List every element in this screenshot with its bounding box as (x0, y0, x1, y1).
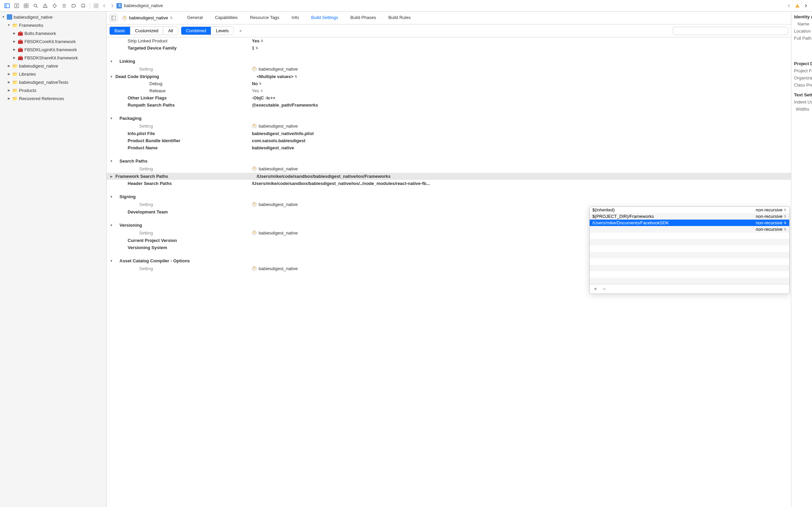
disclosure-icon[interactable]: ▼ (109, 224, 113, 227)
tab-general[interactable]: General (181, 12, 209, 24)
disclosure-icon[interactable]: ▶ (109, 175, 113, 178)
related-items-icon[interactable] (93, 2, 99, 9)
disclosure-icon[interactable]: ▼ (7, 23, 11, 27)
next-issue-icon[interactable] (802, 2, 809, 9)
setting-bundle-id[interactable]: Product Bundle Identifier com.saisols.ba… (107, 137, 791, 144)
disclosure-icon[interactable]: ▼ (109, 75, 113, 78)
nav-folder-recovered[interactable]: ▶ 📁 Recovered References (0, 94, 106, 102)
popover-list[interactable]: $(inherited) non-recursive ⇅ $(PROJECT_D… (590, 207, 789, 284)
disclosure-icon[interactable]: ▼ (109, 195, 113, 199)
breakpoint-navigator-icon[interactable] (69, 1, 78, 10)
disclosure-icon[interactable]: ▶ (12, 40, 16, 43)
setting-strip-linked[interactable]: Strip Linked Product Yes⇅ (107, 37, 791, 44)
nav-root[interactable]: ▼ babiesdigest_native (0, 13, 106, 21)
popover-row[interactable]: non-recursive ⇅ (590, 226, 789, 232)
disclosure-icon[interactable]: ▼ (109, 117, 113, 120)
section-packaging[interactable]: ▼ Packaging (107, 115, 791, 122)
tab-resource-tags[interactable]: Resource Tags (244, 12, 285, 24)
project-navigator-icon[interactable] (3, 1, 12, 10)
nav-folder-main[interactable]: ▶ 📁 babiesdigest_native (0, 62, 106, 70)
nav-fw-bolts[interactable]: ▶ 🧰 Bolts.framework (0, 29, 106, 37)
jump-bar-file[interactable]: ⚙ babiesdigest_native (116, 3, 163, 8)
scope-all[interactable]: All (163, 27, 178, 35)
disclosure-icon[interactable]: ▼ (109, 60, 113, 63)
disclosure-icon[interactable]: ▼ (1, 15, 5, 19)
nav-fw-sharekit[interactable]: ▶ 🧰 FBSDKShareKit.framework (0, 54, 106, 62)
popover-row-empty[interactable] (590, 232, 789, 239)
disclosure-icon[interactable]: ▶ (7, 64, 11, 68)
tab-info[interactable]: Info (285, 12, 305, 24)
setting-targeted-device[interactable]: Targeted Device Family 1⇅ (107, 44, 791, 52)
setting-product-name[interactable]: Product Name babiesdigest_native (107, 144, 791, 151)
tab-capabilities[interactable]: Capabilities (209, 12, 244, 24)
nav-fw-loginkit[interactable]: ▶ 🧰 FBSDKLoginKit.framework (0, 45, 106, 54)
test-navigator-icon[interactable] (50, 1, 59, 10)
popover-row[interactable]: $(PROJECT_DIR)/Frameworks non-recursive … (590, 213, 789, 220)
project-navigator[interactable]: ▼ babiesdigest_native ▼ 📁 Frameworks ▶ 🧰… (0, 12, 107, 507)
popup-icon: ⇅ (784, 228, 787, 231)
disclosure-icon[interactable]: ▶ (7, 80, 11, 84)
back-icon[interactable] (101, 2, 108, 9)
setting-dead-code-debug[interactable]: Debug No⇅ (107, 80, 791, 87)
disclosure-icon[interactable]: ▶ (12, 48, 16, 51)
setting-framework-search-paths[interactable]: ▶ Framework Search Paths /Users/mike/cod… (107, 173, 791, 180)
popover-row-selected[interactable]: /Users/mike/Documents/FacebookSDK non-re… (590, 220, 789, 226)
setting-runpath[interactable]: Runpath Search Paths @executable_path/Fr… (107, 101, 791, 109)
framework-icon: 🧰 (18, 31, 23, 36)
framework-icon: 🧰 (18, 47, 23, 52)
disclosure-icon[interactable]: ▶ (7, 97, 11, 100)
source-control-icon[interactable] (12, 1, 21, 10)
disclosure-icon[interactable]: ▶ (12, 32, 16, 35)
warning-badge-icon[interactable] (793, 1, 802, 10)
disclosure-icon[interactable]: ▼ (109, 159, 113, 163)
disclosure-icon[interactable]: ▶ (12, 56, 16, 59)
add-setting-button[interactable]: ＋ (237, 27, 245, 35)
disclosure-icon[interactable]: ▶ (7, 89, 11, 92)
find-navigator-icon[interactable] (31, 1, 40, 10)
add-path-button[interactable]: ＋ (592, 286, 598, 292)
prev-issue-icon[interactable] (786, 2, 792, 9)
symbol-navigator-icon[interactable] (22, 1, 31, 10)
disclosure-icon[interactable]: ▶ (7, 72, 11, 76)
remove-path-button[interactable]: − (601, 286, 607, 292)
scope-basic[interactable]: Basic (110, 27, 130, 35)
issue-navigator-icon[interactable] (41, 1, 50, 10)
outline-toggle[interactable] (109, 14, 117, 22)
search-input[interactable] (673, 27, 788, 35)
popover-row-empty[interactable] (590, 265, 789, 271)
tab-build-rules[interactable]: Build Rules (382, 12, 417, 24)
scope-customized[interactable]: Customized (130, 27, 163, 35)
tab-build-settings[interactable]: Build Settings (305, 12, 345, 24)
popover-row-empty[interactable] (590, 245, 789, 252)
nav-folder-products[interactable]: ▶ 📁 Products (0, 86, 106, 94)
nav-fw-corekit[interactable]: ▶ 🧰 FBSDKCoreKit.framework (0, 37, 106, 45)
setting-other-linker[interactable]: Other Linker Flags -ObjC -lc++ (107, 94, 791, 101)
target-selector[interactable]: babiesdigest_native ⇅ (120, 15, 175, 21)
debug-navigator-icon[interactable] (60, 1, 69, 10)
report-navigator-icon[interactable] (79, 1, 88, 10)
nav-folder-tests[interactable]: ▶ 📁 babiesdigest_nativeTests (0, 78, 106, 86)
popover-row-empty[interactable] (590, 252, 789, 258)
setting-info-plist[interactable]: Info.plist File babiesdigest_native/Info… (107, 130, 791, 137)
popover-row-empty[interactable] (590, 258, 789, 265)
setting-header-search-paths[interactable]: Header Search Paths /Users/mike/code/san… (107, 180, 791, 187)
section-signing[interactable]: ▼ Signing (107, 193, 791, 200)
popup-icon: ⇅ (259, 82, 262, 86)
setting-dead-code[interactable]: ▼ Dead Code Stripping <Multiple values>⇅ (107, 73, 791, 80)
file-inspector: Identity and Type Name Location Full Pat… (791, 12, 812, 507)
popover-row-empty[interactable] (590, 278, 789, 284)
setting-dead-code-release[interactable]: Release Yes⇅ (107, 87, 791, 94)
popover-row-empty[interactable] (590, 239, 789, 245)
forward-icon[interactable] (109, 2, 116, 9)
view-levels[interactable]: Levels (211, 27, 234, 35)
view-combined[interactable]: Combined (181, 27, 211, 35)
nav-folder-libraries[interactable]: ▶ 📁 Libraries (0, 70, 106, 78)
section-linking[interactable]: ▼ Linking (107, 58, 791, 65)
disclosure-icon[interactable]: ▼ (109, 259, 113, 263)
section-search-paths[interactable]: ▼ Search Paths (107, 157, 791, 165)
popover-row-empty[interactable] (590, 271, 789, 278)
tab-build-phases[interactable]: Build Phases (344, 12, 382, 24)
popover-row[interactable]: $(inherited) non-recursive ⇅ (590, 207, 789, 213)
svg-rect-18 (96, 4, 98, 5)
nav-folder-frameworks[interactable]: ▼ 📁 Frameworks (0, 21, 106, 29)
